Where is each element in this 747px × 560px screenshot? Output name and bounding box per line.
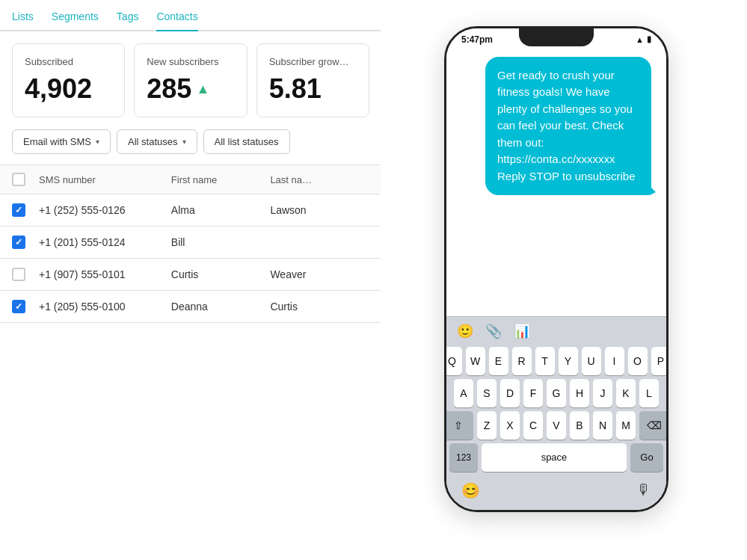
stat-growth: Subscriber grow… 5.81 (256, 43, 369, 117)
filter-list-status[interactable]: All list statuses (203, 129, 290, 154)
filter-channel[interactable]: Email with SMS ▾ (12, 129, 111, 154)
emoji-icon[interactable]: 🙂 (457, 323, 473, 339)
table-row: +1 (907) 555-0101 Curtis Weaver (0, 259, 381, 291)
row-checkbox[interactable] (12, 300, 25, 313)
key-g[interactable]: G (547, 379, 566, 407)
table-row: +1 (201) 555-0124 Bill (0, 227, 381, 259)
key-z[interactable]: Z (477, 411, 497, 440)
cell-first: Alma (171, 204, 271, 216)
key-f[interactable]: F (523, 379, 543, 407)
key-x[interactable]: X (500, 411, 520, 440)
stat-subscribed-value: 4,902 (25, 73, 112, 105)
phone-notch (519, 28, 594, 46)
key-space[interactable]: space (482, 443, 627, 472)
table-row: +1 (205) 555-0100 Deanna Curtis (0, 291, 381, 323)
key-backspace[interactable]: ⌫ (639, 411, 668, 440)
phone-mockup: 5:47pm ▲ ▮ Get ready to crush your fitne… (444, 26, 683, 535)
key-h[interactable]: H (570, 379, 589, 407)
attach-icon[interactable]: 📎 (485, 323, 502, 339)
key-a[interactable]: A (454, 379, 473, 407)
key-r[interactable]: R (512, 347, 532, 375)
col-header-last: Last na… (270, 174, 369, 185)
cell-last: Weaver (270, 268, 369, 280)
cell-phone: +1 (252) 555-0126 (39, 204, 171, 216)
key-row-1: Q W E R T Y U I O P (449, 347, 663, 375)
key-l[interactable]: L (639, 379, 659, 407)
key-o[interactable]: O (628, 347, 648, 375)
chevron-down-icon: ▾ (96, 138, 99, 146)
keyboard-rows: Q W E R T Y U I O P A (446, 344, 666, 477)
key-y[interactable]: Y (559, 347, 578, 375)
sms-bubble: Get ready to crush your fitness goals! W… (485, 57, 651, 196)
trend-up-icon: ▲ (196, 81, 209, 97)
key-d[interactable]: D (500, 379, 520, 407)
battery-icon: ▮ (647, 34, 651, 44)
key-go[interactable]: Go (630, 443, 663, 472)
cell-phone: +1 (201) 555-0124 (39, 236, 171, 248)
key-j[interactable]: J (593, 379, 612, 407)
key-s[interactable]: S (477, 379, 497, 407)
key-i[interactable]: I (605, 347, 624, 375)
tab-contacts[interactable]: Contacts (156, 10, 197, 31)
col-header-first: First name (171, 174, 271, 185)
stat-growth-label: Subscriber grow… (269, 56, 357, 67)
key-m[interactable]: M (616, 411, 636, 440)
status-icons: ▲ ▮ (636, 34, 651, 44)
key-row-2: A S D F G H J K L (449, 379, 663, 407)
stat-new-subscribers-value: 285 ▲ (147, 73, 234, 105)
nav-tabs: Lists Segments Tags Contacts (0, 0, 381, 31)
table-header: SMS number First name Last na… (0, 165, 381, 194)
table-row: +1 (252) 555-0126 Alma Lawson (0, 194, 381, 227)
phone-inner: 5:47pm ▲ ▮ Get ready to crush your fitne… (446, 28, 666, 510)
cell-first: Curtis (171, 268, 271, 280)
cell-first: Bill (171, 236, 271, 248)
phone-keyboard: 🙂 📎 📊 Q W E R T Y U (446, 316, 666, 510)
stat-growth-value: 5.81 (269, 73, 357, 105)
key-n[interactable]: N (593, 411, 612, 440)
key-numbers[interactable]: 123 (449, 443, 478, 472)
cell-phone: +1 (907) 555-0101 (39, 268, 171, 280)
key-u[interactable]: U (582, 347, 601, 375)
key-k[interactable]: K (616, 379, 636, 407)
right-panel: 5:47pm ▲ ▮ Get ready to crush your fitne… (381, 0, 747, 560)
row-checkbox[interactable] (12, 268, 25, 281)
tab-lists[interactable]: Lists (12, 10, 34, 31)
cell-first: Deanna (171, 301, 271, 313)
wifi-icon: ▲ (636, 35, 644, 44)
tab-tags[interactable]: Tags (117, 10, 139, 31)
phone-frame: 5:47pm ▲ ▮ Get ready to crush your fitne… (444, 26, 668, 512)
chart-icon[interactable]: 📊 (514, 323, 530, 339)
key-e[interactable]: E (489, 347, 508, 375)
key-v[interactable]: V (547, 411, 566, 440)
select-all-checkbox[interactable] (12, 173, 25, 186)
key-p[interactable]: P (651, 347, 669, 375)
stats-row: Subscribed 4,902 New subscribers 285 ▲ S… (0, 31, 381, 117)
row-checkbox[interactable] (12, 203, 25, 217)
key-row-3: ⇧ Z X C V B N M ⌫ (449, 411, 663, 440)
cell-last: Curtis (270, 301, 369, 313)
stat-subscribed: Subscribed 4,902 (12, 43, 125, 117)
key-w[interactable]: W (466, 347, 485, 375)
row-checkbox[interactable] (12, 236, 25, 249)
key-t[interactable]: T (535, 347, 555, 375)
key-b[interactable]: B (570, 411, 589, 440)
key-shift[interactable]: ⇧ (444, 411, 473, 440)
col-header-phone: SMS number (39, 174, 171, 185)
chevron-down-icon: ▾ (182, 138, 186, 146)
phone-time: 5:47pm (461, 34, 493, 45)
key-c[interactable]: C (523, 411, 543, 440)
key-row-bottom: 123 space Go (449, 443, 663, 472)
stat-new-subscribers: New subscribers 285 ▲ (134, 43, 247, 117)
sms-text: Get ready to crush your fitness goals! W… (497, 69, 636, 182)
key-q[interactable]: Q (444, 347, 462, 375)
stat-subscribed-label: Subscribed (25, 56, 112, 67)
mic-icon[interactable]: 🎙 (636, 481, 651, 499)
keyboard-toolbar: 🙂 📎 📊 (446, 317, 666, 344)
stat-new-subscribers-label: New subscribers (147, 56, 234, 67)
filter-status[interactable]: All statuses ▾ (117, 129, 197, 154)
tab-segments[interactable]: Segments (52, 10, 99, 31)
cell-last: Lawson (270, 204, 369, 216)
cell-phone: +1 (205) 555-0100 (39, 301, 171, 313)
filter-row: Email with SMS ▾ All statuses ▾ All list… (0, 117, 381, 154)
emoji-picker-icon[interactable]: 😊 (461, 481, 480, 499)
